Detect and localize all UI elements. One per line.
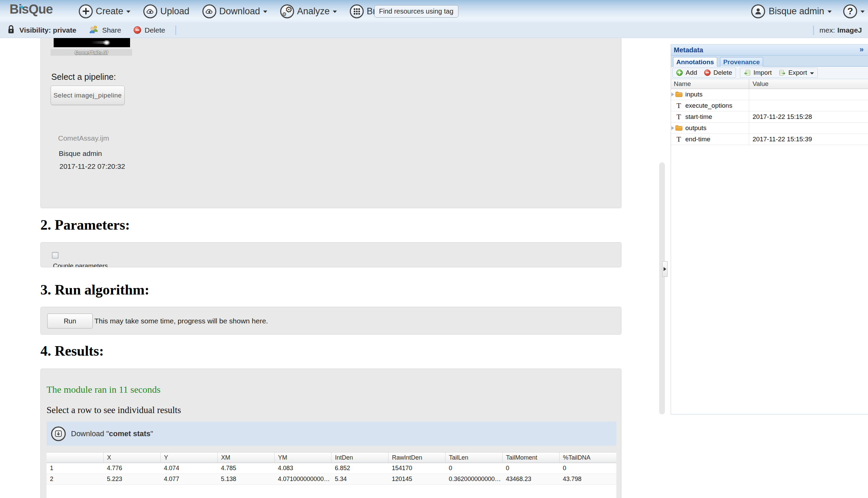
bisque-logo[interactable]: BisQue: [10, 2, 53, 17]
metadata-title: Metadata: [674, 46, 703, 54]
couple-parameters-checkbox[interactable]: [52, 252, 58, 259]
toolbar-divider: [175, 25, 176, 35]
run-status-message: The module ran in 11 seconds: [46, 384, 161, 395]
run-hint: This may take some time, progress will b…: [94, 307, 268, 335]
metadata-name-cell: outputs: [671, 123, 749, 133]
folder-icon: [675, 125, 683, 133]
results-cell: 4.077: [161, 474, 218, 485]
results-cell: 1: [46, 463, 104, 474]
analyze-label: Analyze: [297, 6, 330, 17]
metadata-name-text: end-time: [685, 135, 710, 143]
lock-icon: [7, 25, 15, 36]
download-comet-stats-row[interactable]: Download "comet stats": [46, 422, 616, 446]
results-hint: Select a row to see individual results: [46, 405, 181, 416]
pipeline-name[interactable]: CometAssay.ijm: [58, 134, 109, 142]
import-export-group: Import Export: [740, 68, 818, 78]
metadata-row[interactable]: inputs: [671, 89, 868, 100]
results-table: XYXMYMIntDenRawIntDenTailLenTailMoment%T…: [46, 452, 616, 485]
results-cell: 4.785: [217, 463, 275, 474]
tab-annotations[interactable]: Annotations: [673, 57, 717, 67]
couple-parameters-label: Couple parameters: [53, 262, 108, 267]
toolbar-divider: [813, 25, 814, 35]
top-navbar: BisQue Create Upload: [0, 0, 868, 23]
add-button[interactable]: Add: [676, 69, 697, 76]
select-pipeline-button-label: Select imagej_pipeline: [53, 92, 122, 99]
visibility-status[interactable]: Visibility: private: [19, 26, 77, 34]
metadata-row[interactable]: Tend-time2017-11-22 15:15:39: [671, 134, 868, 145]
metadata-row[interactable]: Tstart-time2017-11-22 15:15:28: [671, 112, 868, 123]
results-cell: 6.852: [332, 463, 388, 474]
pipeline-thumbnail[interactable]: [54, 38, 130, 47]
results-column-header[interactable]: Y: [161, 453, 218, 463]
help-icon[interactable]: ?: [843, 4, 857, 18]
comet-tail: [91, 41, 105, 44]
chevron-down-icon: [860, 11, 865, 13]
upload-menu[interactable]: Upload: [143, 4, 189, 18]
user-menu-label[interactable]: Bisque admin: [769, 6, 824, 17]
results-cell: 154170: [388, 463, 445, 474]
panel-collapse-handle[interactable]: [662, 261, 668, 277]
expand-arrow-icon[interactable]: [671, 126, 674, 130]
results-column-header[interactable]: TailLen: [445, 453, 503, 463]
expand-arrow-icon[interactable]: [671, 92, 674, 96]
run-button-label: Run: [64, 317, 77, 325]
metadata-toolbar: Add Delete Import: [671, 67, 868, 79]
download-label: Download "comet stats": [71, 429, 153, 438]
folder-icon: [675, 91, 683, 99]
vertical-scrollbar[interactable]: [659, 162, 665, 415]
collapse-panel-icon[interactable]: »: [857, 46, 866, 54]
results-row[interactable]: 25.2234.0775.1384.071000000000…5.3412014…: [46, 474, 616, 485]
results-row[interactable]: 14.7764.0744.7854.0836.852154170000: [46, 463, 616, 474]
metadata-tabbar: Annotations Provenance: [671, 56, 868, 67]
create-menu[interactable]: Create: [79, 4, 130, 18]
metadata-value-text: [749, 100, 752, 111]
tab-provenance[interactable]: Provenance: [720, 57, 763, 67]
create-label: Create: [96, 6, 123, 17]
delete-annotation-button[interactable]: Delete: [704, 69, 732, 76]
results-cell: 4.071000000000…: [275, 474, 332, 485]
thumbnail-caption: CometTails.tif: [51, 49, 132, 56]
upload-label: Upload: [160, 6, 189, 17]
metadata-row[interactable]: Texecute_options: [671, 100, 868, 112]
select-pipeline-button[interactable]: Select imagej_pipeline: [51, 86, 125, 105]
results-cell: 43468.23: [502, 474, 559, 485]
metadata-column-value[interactable]: Value: [749, 79, 769, 89]
results-column-header[interactable]: %TailDNA: [559, 453, 616, 463]
results-column-header[interactable]: YM: [275, 453, 332, 463]
mex-value[interactable]: ImageJ: [838, 26, 862, 34]
results-cell: 4.074: [161, 463, 218, 474]
run-button[interactable]: Run: [47, 314, 93, 328]
metadata-name-text: execute_options: [685, 102, 732, 109]
user-icon[interactable]: [751, 4, 765, 18]
delete-button-label: Delete: [713, 69, 732, 76]
mex-label: mex:: [819, 26, 835, 34]
results-column-header[interactable]: X: [104, 453, 161, 463]
results-column-header[interactable]: XM: [217, 453, 275, 463]
import-button[interactable]: Import: [744, 69, 772, 76]
download-label-suffix: ": [150, 429, 153, 438]
analyze-menu[interactable]: ⚙⚙ Analyze: [280, 4, 337, 18]
download-cloud-icon: [202, 4, 216, 18]
export-button-label: Export: [789, 69, 807, 76]
download-file-icon[interactable]: [51, 426, 66, 442]
chevron-down-icon: [828, 11, 832, 13]
delete-button[interactable]: Delete: [145, 26, 165, 34]
results-column-header[interactable]: RawIntDen: [388, 453, 445, 463]
add-icon: [676, 69, 683, 76]
run-heading: 3. Run algorithm:: [40, 281, 149, 298]
metadata-panel: Metadata » Annotations Provenance Add: [671, 44, 868, 415]
export-button[interactable]: Export: [779, 69, 814, 76]
results-column-header[interactable]: IntDen: [332, 453, 388, 463]
results-header-row: XYXMYMIntDenRawIntDenTailLenTailMoment%T…: [46, 453, 616, 463]
download-menu[interactable]: Download: [202, 4, 267, 18]
metadata-row[interactable]: outputs: [671, 123, 868, 134]
results-column-header[interactable]: TailMoment: [502, 453, 559, 463]
chevron-down-icon: [333, 11, 337, 13]
search-input[interactable]: [374, 5, 458, 18]
results-column-header[interactable]: [46, 453, 104, 463]
run-panel: Run This may take some time, progress wi…: [40, 307, 622, 335]
metadata-name-text: inputs: [685, 91, 703, 98]
share-button[interactable]: Share: [102, 26, 121, 34]
results-cell: 0.362000000000…: [445, 474, 503, 485]
metadata-column-name[interactable]: Name: [671, 79, 749, 89]
